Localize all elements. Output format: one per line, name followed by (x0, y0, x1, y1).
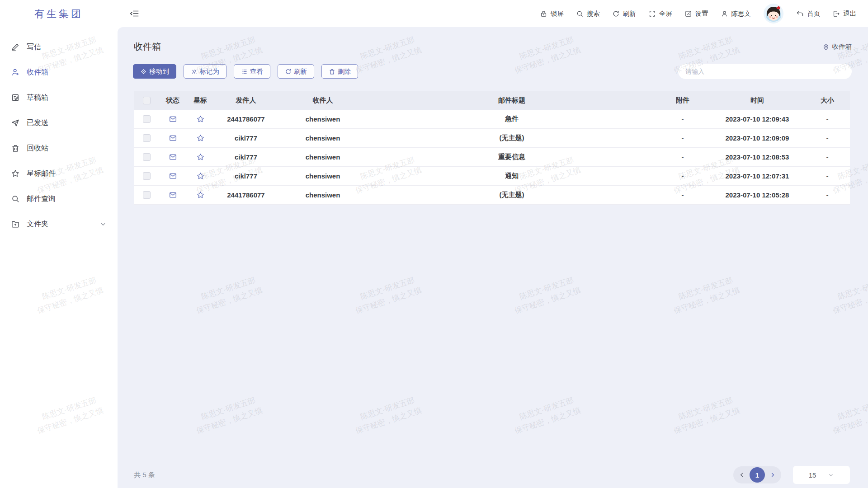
star-icon[interactable] (196, 153, 205, 161)
total-count: 共 5 条 (134, 471, 155, 479)
sidebar-item-sent[interactable]: 已发送 (0, 110, 118, 136)
page-size-value: 15 (809, 471, 816, 479)
trash-icon (11, 144, 20, 153)
refresh-list-label: 刷新 (294, 67, 307, 76)
table-row[interactable]: cikl777 chensiwen (无主题) - 2023-07-10 12:… (134, 129, 850, 148)
mark-as-button[interactable]: 标记为 (184, 64, 227, 79)
fullscreen-button[interactable]: 全屏 (648, 9, 672, 18)
inbox-user-icon (11, 68, 20, 77)
delete-button[interactable]: 删除 (321, 64, 358, 79)
user-menu[interactable]: 陈思文 (721, 9, 751, 18)
refresh-label: 刷新 (623, 9, 636, 18)
sidebar-item-inbox[interactable]: 收件箱 (0, 60, 118, 85)
row-checkbox[interactable] (143, 153, 151, 161)
cell-size: - (805, 191, 850, 199)
home-label: 首页 (807, 9, 820, 18)
pagination: 1 (733, 466, 781, 483)
cell-recipient: chensiwen (278, 134, 368, 142)
cell-attachment: - (656, 134, 710, 142)
cell-recipient: chensiwen (278, 172, 368, 180)
page-title: 收件箱 (134, 41, 161, 53)
cell-sender: cikl777 (214, 134, 278, 142)
home-button[interactable]: 首页 (796, 9, 820, 18)
toolbar: 移动到 标记为 查看 刷新 删除 (118, 53, 868, 79)
envelope-icon (169, 115, 177, 123)
next-page-button[interactable] (767, 469, 778, 481)
sidebar-item-compose[interactable]: 写信 (0, 34, 118, 60)
draft-icon (11, 93, 20, 102)
table-row[interactable]: cikl777 chensiwen 通知 - 2023-07-10 12:07:… (134, 167, 850, 186)
breadcrumb[interactable]: 收件箱 (822, 42, 852, 51)
lock-icon (540, 10, 547, 18)
cell-subject[interactable]: 急件 (368, 115, 656, 123)
chevron-down-icon (828, 472, 834, 478)
star-icon[interactable] (196, 191, 205, 199)
star-icon[interactable] (196, 172, 205, 180)
table-row[interactable]: 2441786077 chensiwen (无主题) - 2023-07-10 … (134, 186, 850, 205)
envelope-icon (169, 191, 177, 199)
search-icon (11, 194, 20, 203)
star-icon[interactable] (196, 115, 205, 123)
refresh-list-button[interactable]: 刷新 (278, 64, 314, 79)
folder-icon (11, 220, 20, 229)
star-icon[interactable] (196, 134, 205, 142)
sidebar-item-starred[interactable]: 星标邮件 (0, 161, 118, 186)
sidebar-item-label: 文件夹 (27, 220, 93, 229)
sidebar-item-label: 星标邮件 (27, 169, 56, 178)
refresh-icon (285, 68, 292, 75)
prev-page-button[interactable] (736, 469, 748, 481)
search-input[interactable] (678, 64, 852, 79)
sidebar-item-label: 收件箱 (27, 68, 48, 77)
cell-recipient: chensiwen (278, 153, 368, 161)
sidebar-item-folders[interactable]: 文件夹 (0, 211, 118, 237)
settings-icon (684, 10, 692, 18)
table-row[interactable]: cikl777 chensiwen 重要信息 - 2023-07-10 12:0… (134, 148, 850, 167)
sidebar-item-recycle[interactable]: 回收站 (0, 136, 118, 161)
lock-screen-button[interactable]: 锁屏 (540, 9, 564, 18)
star-icon (11, 169, 20, 178)
page-number[interactable]: 1 (750, 467, 765, 483)
move-icon (140, 68, 147, 75)
settings-button[interactable]: 设置 (684, 9, 708, 18)
menu-fold-icon[interactable] (130, 9, 140, 19)
sidebar-item-mail-query[interactable]: 邮件查询 (0, 186, 118, 211)
cell-subject[interactable]: (无主题) (368, 134, 656, 142)
row-checkbox[interactable] (143, 115, 151, 123)
cell-attachment: - (656, 153, 710, 161)
page-size-select[interactable]: 15 (793, 466, 850, 484)
cell-attachment: - (656, 191, 710, 199)
select-all-checkbox[interactable] (143, 97, 151, 104)
row-checkbox[interactable] (143, 191, 151, 199)
table-row[interactable]: 2441786077 chensiwen 急件 - 2023-07-10 12:… (134, 110, 850, 129)
avatar[interactable] (763, 3, 784, 24)
move-to-button[interactable]: 移动到 (133, 64, 176, 79)
move-to-label: 移动到 (149, 67, 169, 76)
view-label: 查看 (250, 67, 263, 76)
footer: 共 5 条 1 15 (118, 462, 868, 488)
cell-time: 2023-07-10 12:07:31 (710, 172, 805, 180)
sidebar-item-drafts[interactable]: 草稿箱 (0, 85, 118, 110)
main-panel: 收件箱 收件箱 移动到 标记为 查看 (118, 27, 868, 488)
cell-recipient: chensiwen (278, 115, 368, 123)
cell-subject[interactable]: 重要信息 (368, 153, 656, 161)
cell-sender: 2441786077 (214, 191, 278, 199)
envelope-icon (169, 134, 177, 142)
topbar-actions: 锁屏 搜索 刷新 全屏 设置 (540, 3, 857, 24)
cell-attachment: - (656, 172, 710, 180)
mark-icon (191, 68, 198, 75)
refresh-button[interactable]: 刷新 (612, 9, 636, 18)
search-button[interactable]: 搜索 (576, 9, 600, 18)
row-checkbox[interactable] (143, 134, 151, 142)
search-icon (576, 10, 584, 18)
cell-size: - (805, 115, 850, 123)
fullscreen-icon (648, 10, 656, 18)
cell-sender: cikl777 (214, 153, 278, 161)
cell-subject[interactable]: 通知 (368, 172, 656, 180)
view-button[interactable]: 查看 (234, 64, 270, 79)
col-attachment: 附件 (656, 96, 710, 105)
cell-subject[interactable]: (无主题) (368, 191, 656, 199)
row-checkbox[interactable] (143, 172, 151, 180)
col-subject: 邮件标题 (368, 96, 656, 105)
cell-attachment: - (656, 115, 710, 123)
logout-button[interactable]: 退出 (832, 9, 856, 18)
